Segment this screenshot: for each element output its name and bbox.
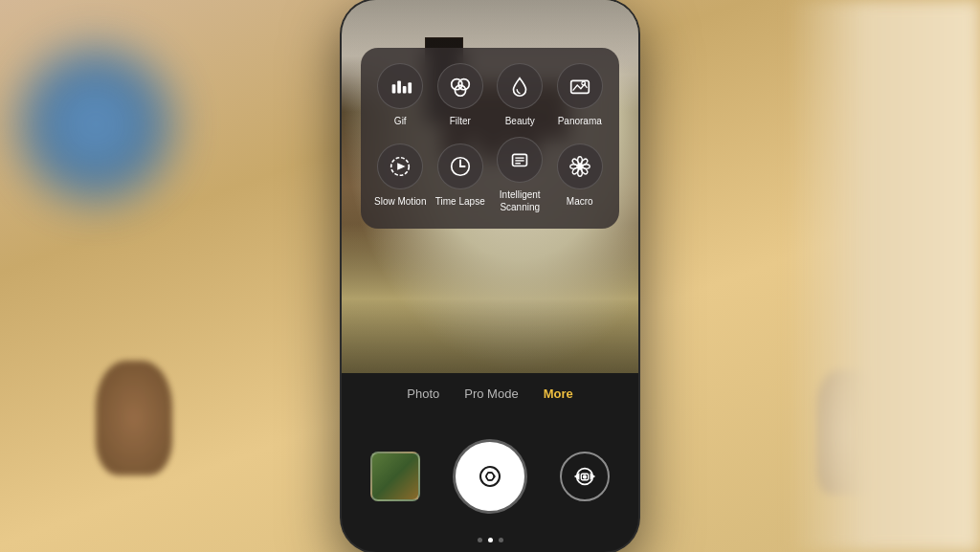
- shutter-button[interactable]: [456, 442, 524, 511]
- mode-intelligent-scanning[interactable]: Intelligent Scanning: [492, 137, 547, 213]
- shutter-icon: [476, 462, 504, 491]
- mode-beauty[interactable]: Beauty: [492, 63, 547, 127]
- svg-rect-0: [392, 84, 396, 93]
- filter-icon: [448, 74, 473, 99]
- mode-time-lapse[interactable]: Time Lapse: [433, 144, 488, 208]
- slow-motion-icon: [388, 154, 412, 179]
- mode-row-1: Gif Filter: [370, 63, 610, 127]
- svg-point-32: [584, 475, 587, 478]
- svg-point-6: [455, 85, 465, 96]
- svg-rect-3: [409, 82, 412, 93]
- bg-wall: [789, 0, 980, 552]
- slow-motion-label: Slow Motion: [374, 195, 426, 208]
- macro-icon-circle: [557, 144, 603, 189]
- tab-photo[interactable]: Photo: [403, 385, 443, 403]
- svg-marker-10: [397, 163, 405, 169]
- gallery-thumbnail[interactable]: [370, 452, 420, 501]
- intelligent-scanning-icon-circle: [497, 137, 543, 183]
- beauty-icon: [507, 74, 532, 99]
- bg-figure-left: [96, 361, 172, 475]
- time-lapse-icon: [448, 154, 473, 179]
- panorama-icon: [568, 74, 592, 99]
- mode-macro[interactable]: Macro: [552, 144, 608, 208]
- svg-point-5: [458, 79, 469, 90]
- gif-icon-circle: [377, 63, 423, 109]
- time-lapse-icon-circle: [437, 144, 483, 189]
- intelligent-scanning-label: Intelligent Scanning: [492, 188, 547, 213]
- gif-label: Gif: [394, 115, 407, 127]
- mode-tabs: Photo Pro Mode More: [342, 373, 638, 403]
- panorama-icon-circle: [557, 63, 603, 109]
- filter-icon-circle: [437, 63, 483, 109]
- bottom-controls: Photo Pro Mode More: [342, 373, 638, 552]
- filter-label: Filter: [450, 115, 471, 127]
- svg-rect-1: [397, 80, 401, 93]
- bg-blur-blue: [0, 29, 191, 220]
- macro-label: Macro: [567, 195, 593, 208]
- dot-3: [499, 538, 503, 542]
- time-lapse-label: Time Lapse: [435, 195, 485, 208]
- macro-icon: [568, 154, 592, 179]
- mode-row-2: Slow Motion Time Lapse: [370, 137, 610, 213]
- mode-panel: Gif Filter: [361, 48, 619, 229]
- svg-point-28: [486, 473, 494, 480]
- shutter-row: [342, 403, 638, 530]
- dot-1: [478, 538, 482, 542]
- mode-slow-motion[interactable]: Slow Motion: [372, 144, 428, 208]
- mode-gif[interactable]: Gif: [372, 63, 428, 127]
- slow-motion-icon-circle: [377, 144, 423, 189]
- gif-icon: [388, 74, 412, 99]
- intelligent-scanning-icon: [507, 147, 532, 172]
- flip-camera-icon: [572, 464, 597, 489]
- svg-rect-2: [403, 86, 407, 93]
- tab-more[interactable]: More: [540, 385, 577, 403]
- dot-2: [488, 538, 493, 542]
- scene: Gif Filter: [0, 0, 980, 552]
- beauty-label: Beauty: [505, 115, 535, 127]
- svg-point-8: [582, 81, 586, 85]
- flip-camera-button[interactable]: [560, 452, 610, 501]
- bottom-indicator: [478, 538, 503, 542]
- phone-device: Gif Filter: [342, 0, 638, 552]
- mode-filter[interactable]: Filter: [433, 63, 488, 127]
- mode-panorama[interactable]: Panorama: [552, 63, 608, 127]
- tab-pro-mode[interactable]: Pro Mode: [460, 385, 522, 403]
- svg-point-27: [480, 467, 500, 486]
- panorama-label: Panorama: [558, 115, 602, 127]
- camera-viewfinder: Gif Filter: [342, 0, 638, 373]
- beauty-icon-circle: [497, 63, 543, 109]
